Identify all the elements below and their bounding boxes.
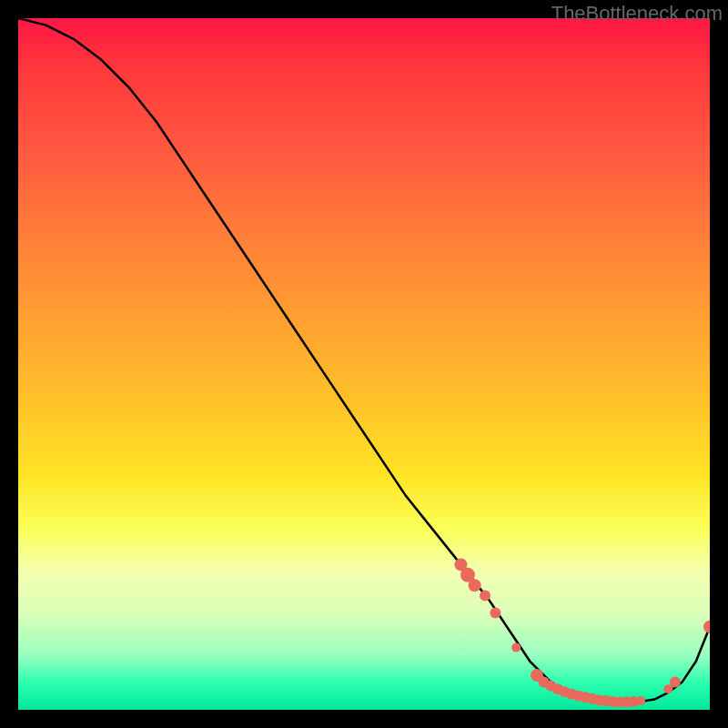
highlighted-points-group (454, 558, 710, 707)
marker-point (469, 579, 481, 592)
marker-point (636, 696, 645, 705)
bottleneck-curve-line (18, 18, 710, 703)
marker-point (480, 591, 490, 602)
marker-point (490, 608, 500, 619)
marker-point (511, 643, 521, 652)
chart-overlay (18, 18, 710, 710)
watermark-text: TheBottleneck.com (551, 2, 723, 25)
marker-point (703, 621, 710, 633)
marker-point (670, 677, 681, 688)
